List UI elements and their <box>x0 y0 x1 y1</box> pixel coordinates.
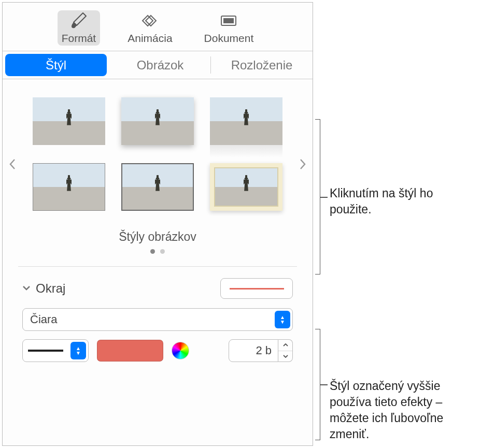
color-picker-icon[interactable] <box>172 342 189 359</box>
image-styles-section: Štýly obrázkov <box>3 79 313 264</box>
styles-next-arrow[interactable] <box>296 155 309 176</box>
format-subtabs: Štýl Obrázok Rozloženie <box>3 51 313 79</box>
paintbrush-icon <box>67 11 90 30</box>
border-section: Okraj Čiara ▲ ▼ ▲ ▼ <box>3 269 313 371</box>
tab-layout[interactable]: Rozloženie <box>211 51 313 79</box>
inspector-toolbar: Formát Animácia Dokument <box>3 3 313 51</box>
border-width-field[interactable]: 2 b <box>229 339 278 362</box>
border-preview-line <box>230 288 284 290</box>
callout-connector-1 <box>320 197 328 198</box>
callout-apply-style: Kliknutím na štýl ho použite. <box>330 185 475 218</box>
style-thumb-reflection[interactable] <box>210 97 282 145</box>
style-thumb-none[interactable] <box>33 97 105 145</box>
tab-image[interactable]: Obrázok <box>109 51 211 79</box>
border-controls-row: ▲ ▼ 2 b <box>22 339 293 362</box>
chevron-down-icon <box>22 284 31 293</box>
style-thumb-shadow[interactable] <box>121 97 194 145</box>
stepper-down[interactable] <box>278 351 292 362</box>
page-dot-2[interactable] <box>160 249 165 254</box>
stepper-up[interactable] <box>278 340 292 351</box>
border-color-well[interactable] <box>97 340 163 362</box>
styles-section-title: Štýly obrázkov <box>8 230 307 244</box>
callout-effects: Štýl označený vyššie používa tieto efekt… <box>330 378 480 442</box>
style-thumb-thin-border[interactable] <box>33 163 105 211</box>
format-tab-label: Formát <box>62 32 96 45</box>
animation-tab-label: Animácia <box>128 32 172 45</box>
line-style-select[interactable]: ▲ ▼ <box>22 339 89 362</box>
section-divider <box>18 266 297 267</box>
style-thumbnails-grid <box>8 90 307 219</box>
tab-style[interactable]: Štýl <box>5 54 107 76</box>
slide-icon <box>217 11 240 30</box>
border-width-stepper: 2 b <box>229 339 293 362</box>
border-style-preview[interactable] <box>220 278 293 299</box>
select-chevrons-icon: ▲ ▼ <box>275 311 290 328</box>
callout-connector-2 <box>320 384 328 385</box>
stepper-buttons <box>278 339 293 362</box>
border-type-select[interactable]: Čiara ▲ ▼ <box>22 308 293 331</box>
format-tab[interactable]: Formát <box>58 10 101 46</box>
format-inspector-panel: Formát Animácia Dokument Štýl <box>2 2 313 446</box>
styles-page-indicator <box>8 249 307 254</box>
callout-bracket-2 <box>315 329 320 440</box>
document-tab[interactable]: Dokument <box>200 10 258 46</box>
border-section-label: Okraj <box>36 281 65 296</box>
animation-tab[interactable]: Animácia <box>123 10 176 46</box>
border-header-row: Okraj <box>22 278 293 299</box>
document-tab-label: Dokument <box>204 32 254 45</box>
diamond-stack-icon <box>138 11 161 30</box>
page-dot-1[interactable] <box>150 249 155 254</box>
border-type-value: Čiara <box>30 313 58 326</box>
border-disclosure[interactable]: Okraj <box>22 281 65 296</box>
callout-bracket-1 <box>315 119 320 274</box>
select-chevrons-icon: ▲ ▼ <box>70 342 86 359</box>
style-thumb-thick-border[interactable] <box>121 163 194 211</box>
styles-prev-arrow[interactable] <box>6 155 19 176</box>
svg-rect-1 <box>223 18 234 23</box>
style-thumb-frame[interactable] <box>210 163 282 211</box>
line-style-sample <box>28 350 63 352</box>
